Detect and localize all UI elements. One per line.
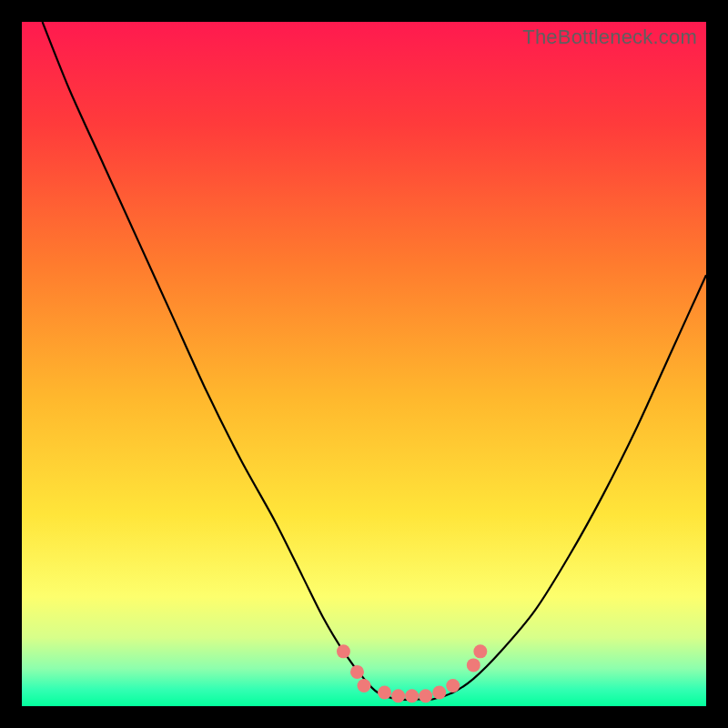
data-marker [378,685,391,699]
data-marker [405,689,419,703]
data-marker [358,679,371,693]
data-marker [467,658,480,672]
watermark-text: TheBottleneck.com [522,25,697,49]
data-marker [337,644,350,658]
data-marker [473,644,487,658]
chart-background [22,22,706,706]
data-marker [419,689,432,703]
data-marker [432,685,446,699]
data-marker [446,679,460,693]
chart-frame: TheBottleneck.com [22,22,706,706]
chart-svg [22,22,706,706]
data-marker [391,689,405,703]
data-marker [350,665,364,679]
